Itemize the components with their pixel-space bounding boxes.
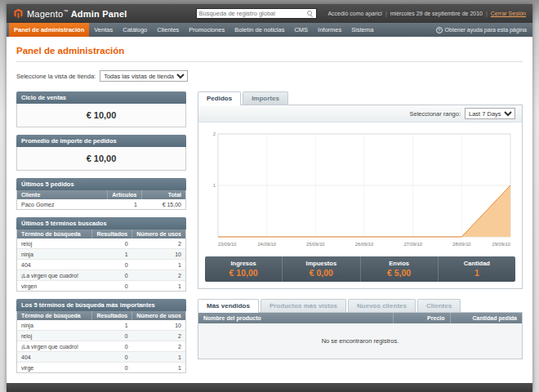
orders-area-chart: 1223/09/1024/09/1025/09/1026/09/1027/09/… [203, 127, 517, 250]
lifetime-sales-value: € 10,00 [16, 104, 186, 127]
range-label: Seleccionar rango: [409, 110, 461, 118]
header-user-area: Accedió como aparici | miércoles 29 de s… [327, 11, 526, 16]
cell-term: ninja [17, 320, 92, 331]
nav-item-cms[interactable]: CMS [289, 23, 313, 37]
stat-label: Ingresos [205, 260, 282, 267]
cell-term: ¡La virgen que cuadro! [17, 270, 92, 281]
cell-uses: 2 [132, 341, 185, 352]
last-search-terms-block: Últimos 5 términos buscados Término de b… [16, 217, 186, 292]
stat-value: € 0,00 [283, 268, 359, 278]
orders-chart: 1223/09/1024/09/1025/09/1026/09/1027/09/… [198, 122, 522, 250]
current-date-text: miércoles 29 de septiembre de 2010 [390, 11, 483, 16]
svg-text:25/09/10: 25/09/10 [306, 242, 325, 247]
dashboard-right-column: Pedidos Importes Seleccionar rango: Last… [198, 91, 523, 359]
nav-item-reports[interactable]: Informes [313, 23, 346, 37]
table-row[interactable]: 40401 [17, 260, 185, 270]
top-search-terms-block: Los 5 términos de búsqueda más important… [16, 299, 186, 373]
svg-text:28/09/10: 28/09/10 [452, 242, 471, 247]
col-header: Término de búsqueda [17, 311, 92, 320]
table-row[interactable]: virgen01 [17, 281, 185, 292]
tab-amounts[interactable]: Importes [243, 91, 288, 105]
cell-customer: Paco Gomez [17, 199, 107, 209]
products-panel: Nombre del producto Precio Cantidad pedi… [198, 312, 523, 359]
stat-label: Cantidad [439, 260, 515, 267]
cell-results: 0 [92, 238, 132, 249]
admin-window: Magento™ Admin Panel Accedió como aparic… [7, 4, 532, 392]
table-row[interactable]: ninja110 [17, 249, 185, 260]
stat-value: € 5,00 [361, 268, 438, 278]
footer-bar [7, 383, 532, 392]
col-header: Artículos [107, 190, 141, 199]
tab-customers[interactable]: Clientes [417, 299, 461, 312]
last-orders-table: Cliente Artículos Total Paco Gomez 1 € 1… [17, 190, 185, 209]
stat-quantity: Cantidad 1 [439, 256, 515, 282]
svg-text:29/09/10: 29/09/10 [492, 242, 510, 247]
products-tabs: Más vendidos Productos más vistos Nuevos… [198, 299, 523, 312]
magento-logo-icon [13, 8, 24, 19]
col-header: Cliente [17, 190, 107, 199]
stat-value: € 10,00 [205, 268, 282, 278]
stat-value: 1 [439, 268, 515, 278]
nav-item-customers[interactable]: Clientes [152, 23, 184, 37]
global-search-input[interactable] [199, 10, 307, 17]
page-help-link[interactable]: ? Obtener ayuda para esta página [436, 23, 530, 37]
cell-term: reloj [17, 331, 92, 341]
last-search-terms-table: Término de búsqueda Resultados Número de… [17, 229, 185, 291]
table-row[interactable]: Paco Gomez 1 € 15,00 [17, 199, 185, 209]
last-search-terms-title: Últimos 5 términos buscados [16, 217, 186, 229]
svg-text:2: 2 [213, 131, 216, 136]
average-orders-title: Promedio de importe de pedidos [16, 135, 186, 147]
col-header: Cantidad pedida [450, 313, 522, 323]
col-header: Nombre del producto [198, 313, 393, 323]
help-icon: ? [436, 27, 443, 33]
nav-item-newsletter[interactable]: Boletín de noticias [229, 23, 289, 37]
separator: | [385, 11, 387, 16]
nav-item-dashboard[interactable]: Panel de administración [9, 23, 89, 37]
col-header: Resultados [92, 311, 132, 320]
chart-tabs: Pedidos Importes [198, 91, 523, 105]
range-selector-row: Seleccionar rango: Last 7 Days [198, 105, 522, 122]
cell-uses: 10 [132, 320, 185, 331]
tab-orders[interactable]: Pedidos [198, 91, 241, 105]
tab-new-customers[interactable]: Nuevos clientes [348, 299, 416, 312]
cell-results: 0 [92, 352, 132, 363]
col-header: Término de búsqueda [17, 229, 92, 238]
cell-items: 1 [107, 199, 141, 209]
stat-tax: Impuestos € 0,00 [283, 256, 360, 282]
table-row[interactable]: reloj02 [17, 331, 185, 341]
svg-text:26/09/10: 26/09/10 [355, 242, 374, 247]
cell-uses: 10 [132, 249, 185, 260]
table-row[interactable]: ¡La virgen que cuadro!02 [17, 341, 185, 352]
logout-link[interactable]: Cerrar Sesión [491, 11, 526, 16]
nav-item-catalog[interactable]: Catálogo [118, 23, 152, 37]
nav-item-promotions[interactable]: Promociones [184, 23, 229, 37]
svg-text:24/09/10: 24/09/10 [257, 242, 276, 247]
table-row[interactable]: ¡La virgen que cuadro!02 [17, 270, 185, 281]
lifetime-sales-block: Ciclo de ventas € 10,00 [16, 91, 186, 127]
empty-records-message: No se encontraron registros. [198, 323, 522, 359]
table-row[interactable]: reloj02 [17, 238, 185, 249]
trademark-mark: ™ [63, 9, 68, 14]
products-table: Nombre del producto Precio Cantidad pedi… [198, 313, 522, 359]
table-row[interactable]: virge01 [17, 363, 185, 373]
svg-text:1: 1 [213, 183, 216, 188]
cell-term: virgen [17, 281, 92, 292]
table-row[interactable]: ninja110 [17, 320, 185, 331]
cell-uses: 1 [132, 352, 185, 363]
col-header: Resultados [92, 229, 132, 238]
cell-uses: 2 [132, 238, 185, 249]
nav-item-sales[interactable]: Ventas [89, 23, 118, 37]
stat-revenue: Ingresos € 10,00 [205, 256, 283, 282]
cell-results: 0 [92, 281, 132, 292]
cell-term: ¡La virgen que cuadro! [17, 341, 92, 352]
store-view-select[interactable]: Todas las vistas de tienda [100, 70, 188, 82]
cell-term: virge [17, 363, 92, 373]
range-select[interactable]: Last 7 Days [465, 108, 515, 119]
nav-item-system[interactable]: Sistema [346, 23, 378, 37]
tab-bestsellers[interactable]: Más vendidos [198, 299, 259, 313]
cell-term: 404 [17, 260, 92, 270]
table-row[interactable]: 40401 [17, 352, 185, 363]
tab-most-viewed[interactable]: Productos más vistos [261, 299, 346, 312]
col-header: Número de usos [132, 229, 185, 238]
lifetime-sales-title: Ciclo de ventas [16, 91, 186, 104]
